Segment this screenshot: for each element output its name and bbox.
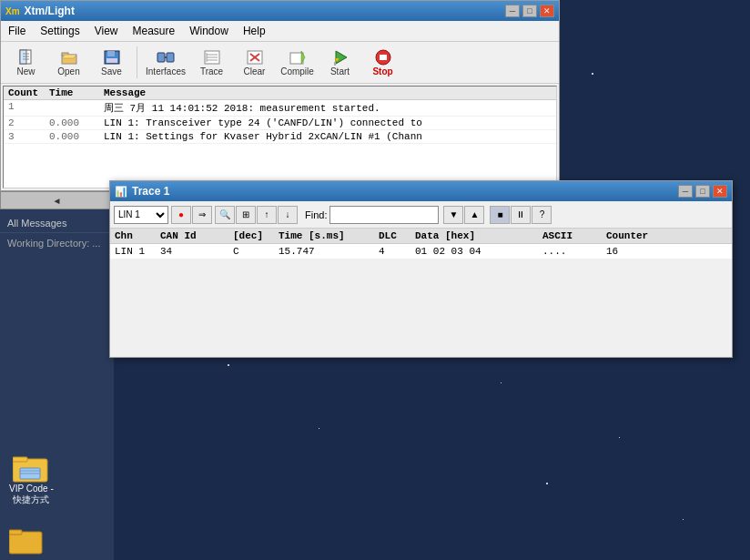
compile-button[interactable]: Compile xyxy=(277,45,318,80)
menu-window[interactable]: Window xyxy=(182,23,236,39)
save-label: Save xyxy=(101,66,122,76)
stop-button[interactable]: Stop xyxy=(362,45,403,80)
trace-step-button[interactable]: ⇒ xyxy=(192,206,212,224)
row1-time: 15.747 xyxy=(279,246,379,257)
start-label: Start xyxy=(330,66,350,76)
open-button[interactable]: Open xyxy=(48,45,89,80)
compile-icon xyxy=(288,48,308,66)
working-directory-label: Working Directory: ... xyxy=(7,238,101,249)
new-icon xyxy=(16,48,36,66)
msg3-count: 3 xyxy=(8,131,49,142)
trace-record-button[interactable]: ● xyxy=(171,206,191,224)
row1-counter: 16 xyxy=(606,246,661,257)
working-directory-section: Working Directory: ... xyxy=(0,232,114,253)
maximize-button[interactable]: □ xyxy=(522,5,537,17)
row1-dlc: 4 xyxy=(379,246,415,257)
all-messages-item[interactable]: All Messages xyxy=(0,214,114,232)
interfaces-label: Interfaces xyxy=(146,66,186,76)
col-chn-header: Chn xyxy=(115,230,160,241)
folder-icon xyxy=(13,452,49,484)
clear-icon xyxy=(245,48,265,66)
trace-toolbar: LIN 1 ● ⇒ 🔍 ⊞ ↑ ↓ Find: ▼ ▲ ■ ⏸ ? xyxy=(110,201,732,229)
count-header: Count xyxy=(8,87,49,98)
clear-label: Clear xyxy=(244,66,266,76)
open-icon xyxy=(59,48,79,66)
find-next-button[interactable]: ▼ xyxy=(443,206,463,224)
menu-settings[interactable]: Settings xyxy=(33,23,86,39)
trace-settings-button[interactable]: ⊞ xyxy=(236,206,256,224)
msg1-text: 周三 7月 11 14:01:52 2018: measurement star… xyxy=(104,101,552,115)
close-button[interactable]: ✕ xyxy=(540,5,554,17)
channel-select[interactable]: LIN 1 xyxy=(114,206,168,224)
row1-canid: 34 xyxy=(160,246,233,257)
trace-table-header: Chn CAN Id [dec] Time [s.ms] DLC Data [h… xyxy=(110,229,732,244)
trace-title-bar: 📊 Trace 1 ─ □ ✕ xyxy=(110,181,732,201)
trace-table-row[interactable]: LIN 1 34 C 15.747 4 01 02 03 04 .... 16 xyxy=(110,244,732,260)
clear-button[interactable]: Clear xyxy=(234,45,275,80)
message-row-2: 2 0.000 LIN 1: Transceiver type 24 ('CAN… xyxy=(4,117,556,130)
menu-file[interactable]: File xyxy=(1,23,33,39)
col-counter-header: Counter xyxy=(606,230,661,241)
svg-rect-10 xyxy=(106,58,117,63)
msg2-text: LIN 1: Transceiver type 24 ('CANFD/LIN')… xyxy=(104,117,552,128)
help-button[interactable]: ? xyxy=(532,206,552,224)
col-data-header: Data [hex] xyxy=(415,230,542,241)
svg-rect-34 xyxy=(9,532,42,554)
start-button[interactable]: Start xyxy=(319,45,360,80)
message-header-label: Message xyxy=(104,87,552,98)
main-window: Xm Xtm/Light ─ □ ✕ File Settings View Me… xyxy=(0,0,560,191)
save-button[interactable]: Save xyxy=(91,45,132,80)
pause-button[interactable]: ⏸ xyxy=(511,206,531,224)
trace-close-button[interactable]: ✕ xyxy=(713,185,727,198)
svg-rect-30 xyxy=(13,457,27,462)
time-header: Time xyxy=(49,87,104,98)
message-row-1: 1 周三 7月 11 14:01:52 2018: measurement st… xyxy=(4,100,556,117)
folder-icon-2 xyxy=(9,526,44,555)
trace-sort-desc-button[interactable]: ↓ xyxy=(278,206,298,224)
row1-data: 01 02 03 04 xyxy=(415,246,542,257)
trace-button[interactable]: Trace xyxy=(191,45,232,80)
find-prev-button[interactable]: ▲ xyxy=(464,206,484,224)
minimize-button[interactable]: ─ xyxy=(505,5,520,17)
desktop-icon-vip2[interactable] xyxy=(9,526,44,555)
menu-view[interactable]: View xyxy=(87,23,126,39)
trace-minimize-button[interactable]: ─ xyxy=(678,185,693,198)
trace-filter-button[interactable]: 🔍 xyxy=(215,206,235,224)
save-icon xyxy=(102,48,122,66)
svg-rect-28 xyxy=(380,55,387,60)
svg-rect-12 xyxy=(167,53,174,62)
trace-icon xyxy=(202,48,222,66)
row1-dec: C xyxy=(233,246,279,257)
vip-label: VIP Code -快捷方式 xyxy=(9,484,54,505)
trace-table: Chn CAN Id [dec] Time [s.ms] DLC Data [h… xyxy=(110,229,732,260)
main-title-bar: Xm Xtm/Light ─ □ ✕ xyxy=(1,1,559,21)
menu-measure[interactable]: Measure xyxy=(126,23,183,39)
trace-title-label: Trace 1 xyxy=(132,185,169,198)
message-header: Count Time Message xyxy=(4,87,556,100)
all-messages-label: All Messages xyxy=(7,218,66,229)
interfaces-button[interactable]: Interfaces xyxy=(142,45,189,80)
menu-help[interactable]: Help xyxy=(236,23,273,39)
col-ascii-header: ASCII xyxy=(542,230,606,241)
view-hex-button[interactable]: ■ xyxy=(490,206,510,224)
new-button[interactable]: New xyxy=(5,45,46,80)
interfaces-icon xyxy=(156,48,176,66)
msg3-text: LIN 1: Settings for Kvaser Hybrid 2xCAN/… xyxy=(104,131,552,142)
trace-label: Trace xyxy=(200,66,223,76)
trace-maximize-button[interactable]: □ xyxy=(695,185,710,198)
row1-ascii: .... xyxy=(542,246,606,257)
svg-marker-24 xyxy=(336,51,347,64)
stop-icon xyxy=(373,48,393,66)
open-label: Open xyxy=(57,66,79,76)
svg-rect-11 xyxy=(157,53,165,62)
trace-sort-asc-button[interactable]: ↑ xyxy=(257,206,277,224)
find-label: Find: xyxy=(305,209,327,220)
msg1-count: 1 xyxy=(8,101,49,115)
find-input[interactable] xyxy=(329,206,439,224)
col-canid-header: CAN Id xyxy=(160,230,233,241)
scroll-area[interactable]: ◄ xyxy=(0,191,114,209)
main-toolbar: New Open Save xyxy=(1,42,559,84)
desktop-icon-vip[interactable]: VIP Code -快捷方式 xyxy=(9,452,54,505)
svg-marker-7 xyxy=(62,55,76,58)
msg1-time xyxy=(49,101,104,115)
